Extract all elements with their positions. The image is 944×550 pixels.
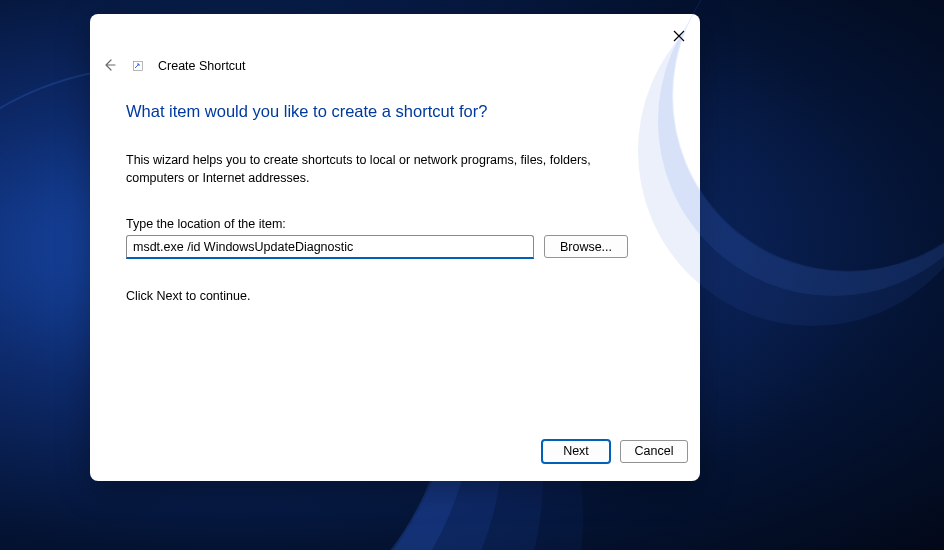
next-button[interactable]: Next bbox=[542, 440, 610, 463]
dialog-footer: Next Cancel bbox=[90, 433, 700, 481]
browse-button[interactable]: Browse... bbox=[544, 235, 628, 258]
dialog-header: Create Shortcut bbox=[90, 52, 700, 80]
location-input[interactable] bbox=[126, 235, 534, 259]
shortcut-icon bbox=[132, 60, 144, 72]
main-heading: What item would you like to create a sho… bbox=[126, 102, 664, 121]
close-button[interactable] bbox=[668, 26, 690, 48]
location-input-label: Type the location of the item: bbox=[126, 217, 664, 231]
dialog-title: Create Shortcut bbox=[158, 59, 246, 73]
svg-rect-0 bbox=[134, 62, 143, 71]
cancel-button[interactable]: Cancel bbox=[620, 440, 688, 463]
create-shortcut-dialog: Create Shortcut What item would you like… bbox=[90, 14, 700, 481]
description-text: This wizard helps you to create shortcut… bbox=[126, 151, 646, 187]
dialog-content: What item would you like to create a sho… bbox=[90, 80, 700, 433]
back-arrow-icon bbox=[102, 58, 116, 75]
close-icon bbox=[673, 30, 685, 45]
back-button[interactable] bbox=[100, 57, 118, 75]
continue-text: Click Next to continue. bbox=[126, 289, 664, 303]
input-row: Browse... bbox=[126, 235, 664, 259]
dialog-titlebar bbox=[90, 14, 700, 52]
